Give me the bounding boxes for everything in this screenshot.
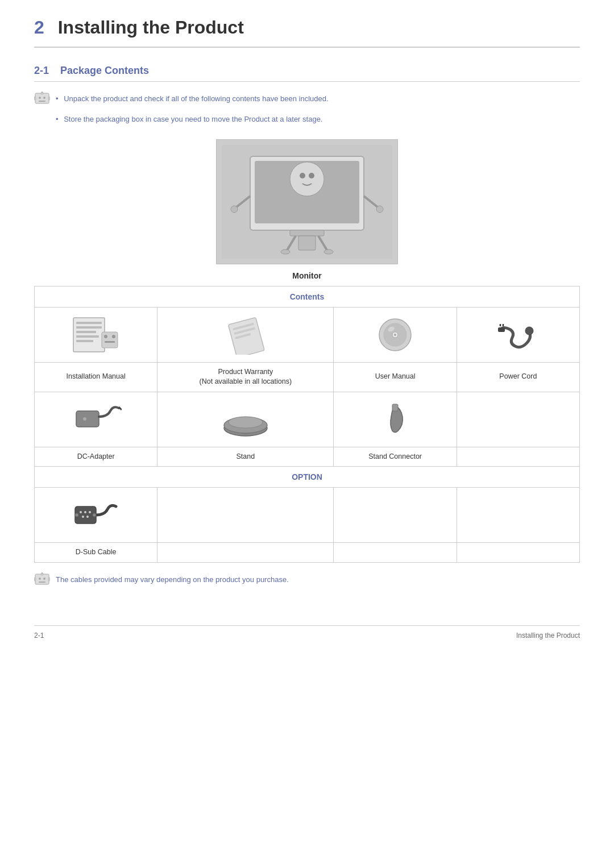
option-header-row: OPTION bbox=[35, 467, 580, 488]
svg-point-46 bbox=[525, 327, 533, 335]
row-items-images-2 bbox=[35, 392, 580, 447]
power-cord-img bbox=[487, 312, 549, 358]
stand-img bbox=[214, 397, 277, 442]
d-sub-cable-img-cell bbox=[35, 488, 157, 543]
svg-rect-28 bbox=[76, 335, 99, 338]
svg-point-1 bbox=[39, 97, 41, 99]
contents-header: Contents bbox=[35, 286, 580, 307]
stand-icon bbox=[220, 400, 271, 439]
power-cord-img-cell bbox=[457, 307, 579, 362]
dc-adapter-label-cell: DC-Adapter bbox=[35, 447, 157, 467]
installation-manual-img bbox=[65, 312, 127, 358]
svg-point-59 bbox=[75, 513, 78, 517]
stand-img-cell bbox=[157, 392, 334, 447]
chapter-title: Installing the Product bbox=[58, 17, 244, 38]
user-manual-label: User Manual bbox=[375, 372, 416, 380]
page-title: 2 Installing the Product bbox=[34, 17, 244, 38]
row-items-labels-1: Installation Manual Product Warranty(Not… bbox=[35, 362, 580, 392]
d-sub-cable-icon bbox=[70, 495, 122, 535]
installation-manual-label: Installation Manual bbox=[67, 372, 126, 380]
svg-point-63 bbox=[43, 578, 45, 580]
dc-adapter-img-cell bbox=[35, 392, 157, 447]
dc-adapter-img bbox=[65, 397, 127, 442]
section-title: 2-1 Package Contents bbox=[34, 65, 580, 82]
svg-point-55 bbox=[84, 511, 86, 513]
svg-rect-61 bbox=[35, 574, 49, 584]
empty-cell bbox=[457, 392, 579, 447]
svg-rect-64 bbox=[39, 582, 45, 583]
stand-connector-label: Stand Connector bbox=[368, 452, 422, 460]
installation-manual-img-cell bbox=[35, 307, 157, 362]
user-manual-label-cell: User Manual bbox=[334, 362, 457, 392]
monitor-illustration bbox=[222, 145, 392, 259]
product-warranty-label: Product Warranty(Not available in all lo… bbox=[200, 368, 292, 386]
d-sub-cable-label: D-Sub Cable bbox=[76, 548, 117, 556]
svg-point-11 bbox=[290, 162, 324, 196]
svg-point-31 bbox=[104, 335, 107, 338]
svg-point-62 bbox=[39, 578, 41, 580]
stand-label: Stand bbox=[237, 452, 255, 460]
option-header: OPTION bbox=[35, 467, 580, 488]
installation-manual-icon bbox=[70, 315, 122, 355]
power-cord-icon bbox=[492, 315, 544, 355]
user-manual-icon bbox=[370, 315, 421, 355]
svg-point-41 bbox=[394, 334, 396, 336]
svg-rect-53 bbox=[392, 404, 398, 411]
note-text-1: • Unpack the product and check if all of… bbox=[56, 93, 329, 105]
monitor-label: Monitor bbox=[292, 271, 321, 280]
option-label-empty-1 bbox=[157, 543, 334, 563]
svg-point-57 bbox=[82, 516, 84, 518]
svg-point-18 bbox=[231, 206, 238, 213]
dc-adapter-label: DC-Adapter bbox=[77, 452, 115, 460]
svg-point-54 bbox=[80, 511, 82, 513]
page-header: 2 Installing the Product bbox=[34, 0, 580, 48]
row-items-images-1 bbox=[35, 307, 580, 362]
svg-point-12 bbox=[300, 173, 305, 178]
stand-connector-img bbox=[364, 397, 426, 442]
note-icon-1 bbox=[34, 91, 51, 108]
svg-point-58 bbox=[86, 516, 89, 518]
svg-rect-6 bbox=[34, 97, 36, 100]
d-sub-cable-img bbox=[65, 492, 127, 538]
stand-connector-label-cell: Stand Connector bbox=[334, 447, 457, 467]
svg-rect-27 bbox=[76, 331, 96, 333]
power-cord-label-cell: Power Cord bbox=[457, 362, 579, 392]
svg-point-52 bbox=[229, 417, 263, 428]
svg-line-48 bbox=[119, 407, 122, 410]
svg-point-13 bbox=[309, 173, 314, 178]
svg-rect-67 bbox=[34, 578, 36, 581]
contents-table: Contents bbox=[34, 286, 580, 563]
svg-point-5 bbox=[42, 92, 43, 93]
svg-point-23 bbox=[324, 250, 333, 254]
svg-rect-29 bbox=[76, 340, 93, 342]
svg-rect-30 bbox=[102, 332, 118, 348]
product-warranty-img bbox=[214, 312, 277, 358]
svg-point-2 bbox=[43, 97, 45, 99]
installation-manual-label-cell: Installation Manual bbox=[35, 362, 157, 392]
footer-note: The cables provided may vary depending o… bbox=[34, 574, 580, 591]
footer-section-name: Installing the Product bbox=[516, 632, 580, 639]
option-empty-3 bbox=[457, 488, 579, 543]
page-number: 2-1 bbox=[34, 632, 44, 639]
svg-rect-25 bbox=[76, 322, 102, 324]
contents-header-row: Contents bbox=[35, 286, 580, 307]
svg-rect-47 bbox=[76, 411, 99, 427]
option-empty-1 bbox=[157, 488, 334, 543]
stand-connector-img-cell bbox=[334, 392, 457, 447]
user-manual-img bbox=[364, 312, 426, 358]
product-warranty-img-cell bbox=[157, 307, 334, 362]
svg-rect-14 bbox=[290, 230, 324, 236]
option-label-empty-2 bbox=[334, 543, 457, 563]
svg-rect-7 bbox=[48, 97, 50, 100]
svg-rect-68 bbox=[48, 578, 50, 581]
option-label-empty-3 bbox=[457, 543, 579, 563]
option-items-labels: D-Sub Cable bbox=[35, 543, 580, 563]
power-cord-label: Power Cord bbox=[499, 372, 537, 380]
svg-rect-43 bbox=[498, 327, 505, 332]
product-warranty-label-cell: Product Warranty(Not available in all lo… bbox=[157, 362, 334, 392]
stand-connector-icon bbox=[370, 400, 421, 439]
svg-point-60 bbox=[93, 513, 96, 517]
footer-note-text: The cables provided may vary depending o… bbox=[56, 574, 289, 585]
footer-note-icon bbox=[34, 572, 51, 589]
option-items-images bbox=[35, 488, 580, 543]
